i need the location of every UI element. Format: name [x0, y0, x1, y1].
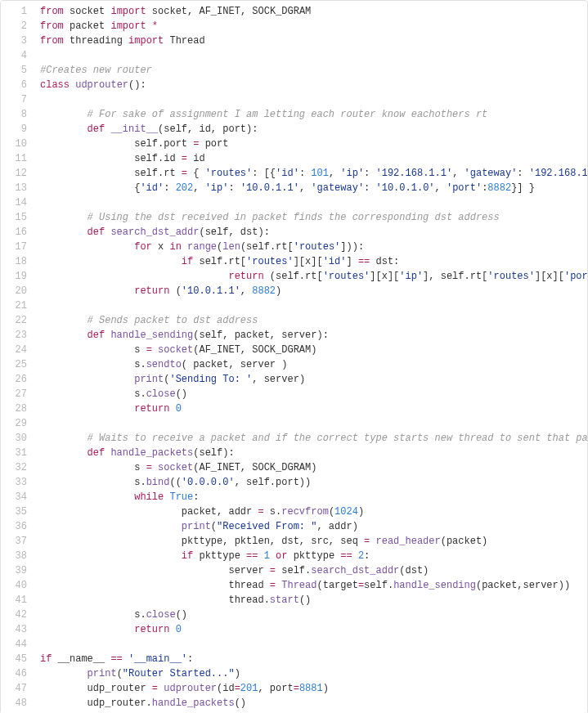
line-number: 4: [9, 48, 27, 63]
line-number: 24: [9, 343, 27, 357]
code-line[interactable]: def handle_sending(self, packet, server)…: [40, 328, 587, 343]
line-number: 1: [9, 4, 27, 19]
line-number: 40: [9, 578, 27, 593]
line-number: 23: [9, 328, 27, 343]
line-number: 2: [9, 19, 27, 34]
line-number: 8: [9, 107, 27, 122]
code-line[interactable]: [40, 195, 587, 210]
line-number: 47: [9, 681, 27, 696]
code-line[interactable]: [40, 298, 587, 313]
line-number: 17: [9, 240, 27, 254]
line-number: 33: [9, 475, 27, 490]
line-number: 16: [9, 225, 27, 240]
line-number: 43: [9, 622, 27, 637]
code-line[interactable]: from socket import socket, AF_INET, SOCK…: [40, 4, 587, 19]
line-number: 46: [9, 666, 27, 681]
code-line[interactable]: s.close(): [40, 608, 587, 622]
line-number: 44: [9, 637, 27, 652]
line-number: 45: [9, 652, 27, 666]
line-number: 13: [9, 181, 27, 195]
code-line[interactable]: packet, addr = s.recvfrom(1024): [40, 504, 587, 519]
line-number-gutter: 1234567891011121314151617181920212223242…: [1, 1, 34, 713]
code-line[interactable]: def handle_packets(self):: [40, 446, 587, 460]
code-line[interactable]: s.close(): [40, 387, 587, 401]
code-line[interactable]: print("Router Started..."): [40, 666, 587, 681]
code-line[interactable]: while True:: [40, 490, 587, 504]
code-line[interactable]: print("Received From: ", addr): [40, 519, 587, 534]
code-line[interactable]: [40, 416, 587, 431]
code-line[interactable]: self.id = id: [40, 151, 587, 166]
code-line[interactable]: # Sends packet to dst address: [40, 313, 587, 328]
code-line[interactable]: [40, 637, 587, 652]
line-number: 15: [9, 210, 27, 225]
line-number: 3: [9, 34, 27, 48]
code-line[interactable]: class udprouter():: [40, 78, 587, 92]
line-number: 11: [9, 151, 27, 166]
code-line[interactable]: udp_router = udprouter(id=201, port=8881…: [40, 681, 587, 696]
line-number: 22: [9, 313, 27, 328]
line-number: 20: [9, 284, 27, 298]
line-number: 48: [9, 696, 27, 711]
line-number: 12: [9, 166, 27, 181]
line-number: 37: [9, 534, 27, 549]
code-line[interactable]: return 0: [40, 622, 587, 637]
code-block: 1234567891011121314151617181920212223242…: [0, 0, 588, 713]
line-number: 19: [9, 269, 27, 284]
line-number: 32: [9, 460, 27, 475]
code-line[interactable]: from threading import Thread: [40, 34, 587, 48]
line-number: 7: [9, 92, 27, 107]
code-line[interactable]: s.bind(('0.0.0.0', self.port)): [40, 475, 587, 490]
code-line[interactable]: server = self.search_dst_addr(dst): [40, 563, 587, 578]
code-line[interactable]: # Waits to receive a packet and if the c…: [40, 431, 587, 446]
line-number: 38: [9, 549, 27, 563]
code-line[interactable]: self.rt = { 'routes': [{'id': 101, 'ip':…: [40, 166, 587, 181]
code-content[interactable]: from socket import socket, AF_INET, SOCK…: [34, 1, 587, 713]
code-line[interactable]: #Creates new router: [40, 63, 587, 78]
code-line[interactable]: return (self.rt['routes'][x]['ip'], self…: [40, 269, 587, 284]
line-number: 6: [9, 78, 27, 92]
code-line[interactable]: {'id': 202, 'ip': '10.0.1.1', 'gateway':…: [40, 181, 587, 195]
line-number: 28: [9, 401, 27, 416]
code-line[interactable]: if self.rt['routes'][x]['id'] == dst:: [40, 254, 587, 269]
line-number: 21: [9, 298, 27, 313]
line-number: 26: [9, 372, 27, 387]
code-line[interactable]: if pkttype == 1 or pkttype == 2:: [40, 549, 587, 563]
line-number: 39: [9, 563, 27, 578]
line-number: 41: [9, 593, 27, 608]
line-number: 29: [9, 416, 27, 431]
line-number: 25: [9, 357, 27, 372]
code-line[interactable]: return 0: [40, 401, 587, 416]
line-number: 34: [9, 490, 27, 504]
code-line[interactable]: # Using the dst received in packet finds…: [40, 210, 587, 225]
line-number: 10: [9, 137, 27, 151]
code-line[interactable]: print('Sending To: ', server): [40, 372, 587, 387]
line-number: 35: [9, 504, 27, 519]
code-line[interactable]: def search_dst_addr(self, dst):: [40, 225, 587, 240]
code-line[interactable]: pkttype, pktlen, dst, src, seq = read_he…: [40, 534, 587, 549]
line-number: 9: [9, 122, 27, 137]
code-line[interactable]: udp_router.handle_packets(): [40, 696, 587, 711]
code-line[interactable]: [40, 92, 587, 107]
line-number: 42: [9, 608, 27, 622]
line-number: 36: [9, 519, 27, 534]
code-line[interactable]: return ('10.0.1.1', 8882): [40, 284, 587, 298]
code-line[interactable]: s = socket(AF_INET, SOCK_DGRAM): [40, 460, 587, 475]
line-number: 27: [9, 387, 27, 401]
line-number: 30: [9, 431, 27, 446]
code-line[interactable]: [40, 48, 587, 63]
code-line[interactable]: if __name__ == '__main__':: [40, 652, 587, 666]
code-line[interactable]: def __init__(self, id, port):: [40, 122, 587, 137]
code-line[interactable]: from packet import *: [40, 19, 587, 34]
code-line[interactable]: thread.start(): [40, 593, 587, 608]
code-line[interactable]: for x in range(len(self.rt['routes'])):: [40, 240, 587, 254]
code-line[interactable]: # For sake of assignment I am letting ea…: [40, 107, 587, 122]
line-number: 5: [9, 63, 27, 78]
code-line[interactable]: self.port = port: [40, 137, 587, 151]
code-line[interactable]: s.sendto( packet, server ): [40, 357, 587, 372]
line-number: 18: [9, 254, 27, 269]
code-line[interactable]: s = socket(AF_INET, SOCK_DGRAM): [40, 343, 587, 357]
code-line[interactable]: thread = Thread(target=self.handle_sendi…: [40, 578, 587, 593]
line-number: 14: [9, 195, 27, 210]
line-number: 31: [9, 446, 27, 460]
